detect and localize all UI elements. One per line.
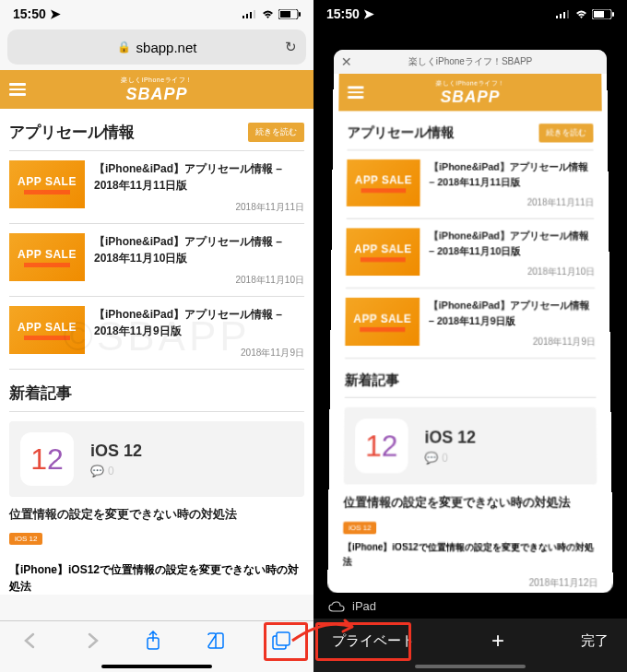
status-bar: 15:50 ➤ bbox=[314, 0, 627, 28]
svg-rect-2 bbox=[250, 12, 252, 18]
article-thumb: APP SALE bbox=[9, 160, 85, 208]
new-tab-button[interactable]: + bbox=[491, 628, 504, 654]
article-title: 【iPhone&iPad】アプリセール情報 – 2018年11月10日版 bbox=[94, 233, 304, 266]
forward-button[interactable] bbox=[84, 632, 101, 653]
hamburger-icon[interactable] bbox=[9, 83, 26, 96]
site-logo: 楽しくiPhoneライフ！ SBAPP bbox=[436, 78, 505, 106]
back-button[interactable] bbox=[22, 632, 39, 653]
list-item: APP SALE 【iPhone&iPad】アプリセール情報 – 2018年11… bbox=[337, 219, 604, 288]
url-bar[interactable]: 🔒 sbapp.net ↻ bbox=[7, 29, 306, 65]
article-date: 2018年11月11日 bbox=[94, 201, 304, 214]
cloud-icon bbox=[328, 601, 345, 612]
status-bar: 15:50 ➤ bbox=[0, 0, 314, 28]
svg-rect-1 bbox=[246, 14, 248, 18]
svg-rect-16 bbox=[612, 12, 614, 17]
svg-rect-5 bbox=[280, 11, 290, 18]
home-indicator bbox=[415, 665, 526, 668]
tab-title: 楽しくiPhoneライフ！SBAPP bbox=[408, 55, 533, 68]
icloud-label: iPad bbox=[352, 599, 376, 613]
ios12-label: iOS 12 bbox=[90, 442, 142, 461]
section-header-new: 新着記事 bbox=[0, 370, 314, 411]
article-title: 【iPhone&iPad】アプリセール情報 – 2018年11月11日版 bbox=[94, 160, 304, 194]
hamburger-icon bbox=[348, 87, 363, 99]
bookmarks-button[interactable] bbox=[206, 632, 226, 653]
site-logo[interactable]: 楽しくiPhoneライフ！ SBAPP bbox=[121, 76, 192, 104]
featured-subtitle: 【iPhone】iOS12で位置情報の設定を変更できない時の対処法 bbox=[0, 554, 314, 595]
article-date: 2018年11月9日 bbox=[94, 347, 304, 360]
section-title: アプリセール情報 bbox=[9, 122, 135, 143]
tabs-button[interactable] bbox=[271, 631, 291, 654]
wifi-icon bbox=[574, 9, 588, 19]
phone-tab-switcher-view: 15:50 ➤ ✕ 楽しくiPhoneライフ！SBAPP 楽しくiPhoneライ… bbox=[314, 0, 627, 672]
comment-icon: 💬 0 bbox=[90, 465, 142, 477]
status-icons bbox=[556, 9, 614, 19]
tag-badge: iOS 12 bbox=[9, 533, 42, 545]
article-thumb: APP SALE bbox=[9, 306, 85, 354]
tab-card[interactable]: ✕ 楽しくiPhoneライフ！SBAPP 楽しくiPhoneライフ！ SBAPP… bbox=[327, 50, 613, 593]
svg-rect-15 bbox=[594, 11, 604, 18]
svg-rect-9 bbox=[277, 632, 290, 645]
page-content: 楽しくiPhoneライフ！ SBAPP アプリセール情報 続きを読む APP S… bbox=[0, 70, 314, 595]
home-indicator bbox=[101, 665, 212, 668]
read-more-button[interactable]: 続きを読む bbox=[248, 123, 304, 142]
featured-article[interactable]: 12 iOS 12 💬 0 位置情報の設定を変更できない時の対処法 iOS 12 bbox=[0, 412, 314, 554]
article-date: 2018年11月10日 bbox=[94, 274, 304, 287]
svg-rect-10 bbox=[556, 16, 558, 18]
list-item[interactable]: APP SALE 【iPhone&iPad】アプリセール情報 – 2018年11… bbox=[0, 297, 314, 369]
status-time: 15:50 ➤ bbox=[13, 6, 61, 21]
list-item[interactable]: APP SALE 【iPhone&iPad】アプリセール情報 – 2018年11… bbox=[0, 224, 314, 296]
svg-rect-3 bbox=[254, 10, 255, 18]
signal-icon bbox=[243, 9, 257, 18]
list-item: APP SALE 【iPhone&iPad】アプリセール情報 – 2018年11… bbox=[337, 150, 603, 218]
icloud-tabs-row[interactable]: iPad bbox=[328, 599, 376, 613]
ios12-icon: 12 bbox=[20, 432, 74, 486]
list-item: APP SALE 【iPhone&iPad】アプリセール情報 – 2018年11… bbox=[336, 289, 605, 358]
site-header: 楽しくiPhoneライフ！ SBAPP bbox=[338, 74, 602, 112]
battery-icon bbox=[592, 9, 614, 19]
article-title: 【iPhone&iPad】アプリセール情報 – 2018年11月9日版 bbox=[94, 306, 304, 339]
private-button[interactable]: プライベート bbox=[332, 632, 415, 650]
featured-title: 位置情報の設定を変更できない時の対処法 bbox=[9, 497, 304, 528]
site-header: 楽しくiPhoneライフ！ SBAPP bbox=[0, 70, 314, 109]
lock-icon: 🔒 bbox=[117, 41, 131, 53]
done-button[interactable]: 完了 bbox=[581, 632, 609, 650]
svg-rect-13 bbox=[567, 10, 569, 18]
reload-icon[interactable]: ↻ bbox=[285, 39, 297, 55]
url-text: sbapp.net bbox=[136, 40, 197, 55]
featured-article: 12 iOS 12 💬 0 位置情報の設定を変更できない時の対処法 iOS 12… bbox=[333, 398, 607, 594]
section-header-sale: アプリセール情報 続きを読む bbox=[0, 109, 314, 150]
share-button[interactable] bbox=[145, 631, 161, 654]
section-title: 新着記事 bbox=[9, 383, 72, 404]
article-thumb: APP SALE bbox=[9, 233, 85, 281]
wifi-icon bbox=[261, 9, 275, 19]
tab-titlebar: ✕ 楽しくiPhoneライフ！SBAPP bbox=[334, 50, 608, 74]
svg-rect-0 bbox=[243, 16, 244, 18]
battery-icon bbox=[278, 9, 301, 19]
phone-normal-view: 15:50 ➤ 🔒 sbapp.net ↻ 楽しくiPhoneライフ！ SBAP… bbox=[0, 0, 314, 672]
list-item[interactable]: APP SALE 【iPhone&iPad】アプリセール情報 – 2018年11… bbox=[0, 151, 314, 223]
status-icons bbox=[243, 9, 301, 19]
svg-rect-12 bbox=[563, 12, 565, 18]
signal-icon bbox=[556, 9, 571, 18]
svg-rect-11 bbox=[560, 14, 562, 18]
featured-card: 12 iOS 12 💬 0 bbox=[9, 421, 304, 497]
status-time: 15:50 ➤ bbox=[326, 6, 374, 21]
section-header-new: 新着記事 bbox=[336, 359, 605, 396]
svg-rect-6 bbox=[299, 12, 301, 17]
section-header-sale: アプリセール情報 続きを読む bbox=[338, 112, 603, 150]
close-icon[interactable]: ✕ bbox=[341, 54, 352, 69]
